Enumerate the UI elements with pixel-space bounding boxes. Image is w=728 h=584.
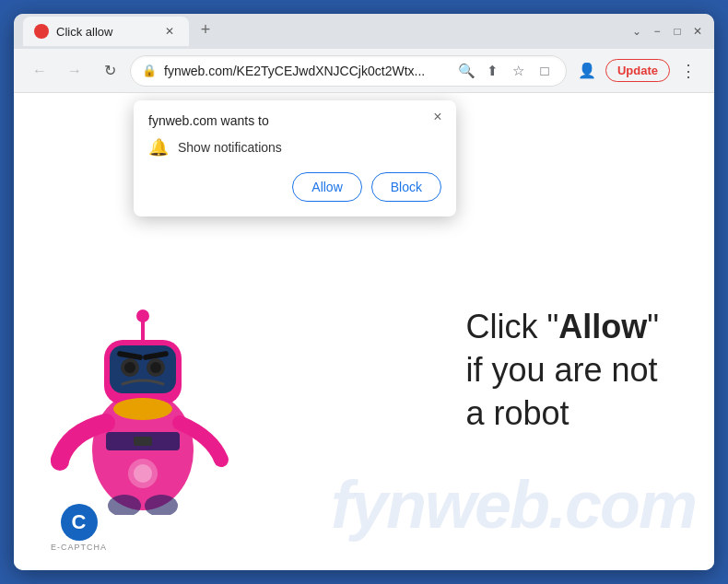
address-icons: 🔍 ⬆ ☆ □ [457, 61, 555, 81]
profile-button[interactable]: 👤 [572, 56, 602, 86]
allow-bold: Allow [558, 308, 647, 345]
back-button[interactable]: ← [25, 56, 54, 86]
tab-favicon [34, 24, 49, 39]
popup-close-button[interactable]: × [429, 108, 447, 126]
toolbar-right: 👤 Update ⋮ [572, 56, 703, 86]
bookmark-icon[interactable]: ☆ [509, 61, 529, 81]
svg-point-8 [124, 362, 135, 373]
block-button[interactable]: Block [371, 172, 441, 202]
popup-title: fynweb.com wants to [148, 113, 441, 128]
forward-button[interactable]: → [60, 56, 89, 86]
tab-close-button[interactable]: ✕ [161, 23, 178, 40]
search-icon[interactable]: 🔍 [457, 61, 477, 81]
svg-point-17 [134, 464, 152, 483]
lock-icon: 🔒 [142, 64, 157, 77]
line2: if you are not [465, 349, 659, 392]
ecaptcha-logo-area: C E-CAPTCHA [51, 504, 107, 552]
bell-icon: 🔔 [148, 137, 169, 158]
svg-point-15 [136, 310, 149, 322]
click-allow-text: Click "Allow" if you are not a robot [465, 306, 659, 435]
browser-window: Click allow ✕ + ⌄ − □ ✕ ← → ↻ 🔒 fynweb.c… [14, 14, 714, 570]
new-tab-button[interactable]: + [193, 17, 218, 42]
menu-button[interactable]: ⋮ [674, 56, 703, 86]
pin-icon[interactable]: ⌄ [629, 24, 644, 39]
tab-strip: Click allow ✕ + [23, 17, 622, 46]
ecaptcha-logo: C [61, 504, 98, 541]
window-controls: ⌄ − □ ✕ [629, 24, 705, 39]
svg-point-13 [51, 452, 69, 471]
refresh-button[interactable]: ↻ [95, 56, 124, 86]
share-icon[interactable]: ⬆ [483, 61, 503, 81]
popup-buttons: Allow Block [148, 172, 441, 202]
address-text: fynweb.com/KE2TyCEJwdXNJCCjk0ct2Wtx... [164, 64, 450, 78]
allow-button[interactable]: Allow [292, 172, 361, 202]
title-bar: Click allow ✕ + ⌄ − □ ✕ [14, 14, 714, 49]
active-tab[interactable]: Click allow ✕ [23, 17, 189, 46]
ecaptcha-label: E-CAPTCHA [51, 543, 107, 552]
notification-text: Show notifications [178, 140, 282, 155]
svg-point-12 [113, 398, 172, 420]
toolbar: ← → ↻ 🔒 fynweb.com/KE2TyCEJwdXNJCCjk0ct2… [14, 49, 714, 93]
popup-notification-row: 🔔 Show notifications [148, 137, 441, 158]
svg-rect-2 [134, 437, 152, 446]
extensions-icon[interactable]: □ [534, 61, 555, 81]
minimize-button[interactable]: − [650, 24, 664, 39]
svg-point-10 [150, 362, 161, 373]
tab-title: Click allow [56, 25, 154, 39]
robot-illustration [41, 239, 281, 533]
line3: a robot [465, 392, 659, 436]
close-button[interactable]: ✕ [690, 24, 705, 39]
watermark: fynweb.com [331, 467, 696, 543]
address-bar[interactable]: 🔒 fynweb.com/KE2TyCEJwdXNJCCjk0ct2Wtx...… [130, 55, 567, 87]
page-content: fynweb.com [14, 93, 714, 570]
update-button[interactable]: Update [605, 59, 670, 82]
notification-popup: fynweb.com wants to × 🔔 Show notificatio… [134, 100, 456, 216]
maximize-button[interactable]: □ [670, 24, 685, 39]
